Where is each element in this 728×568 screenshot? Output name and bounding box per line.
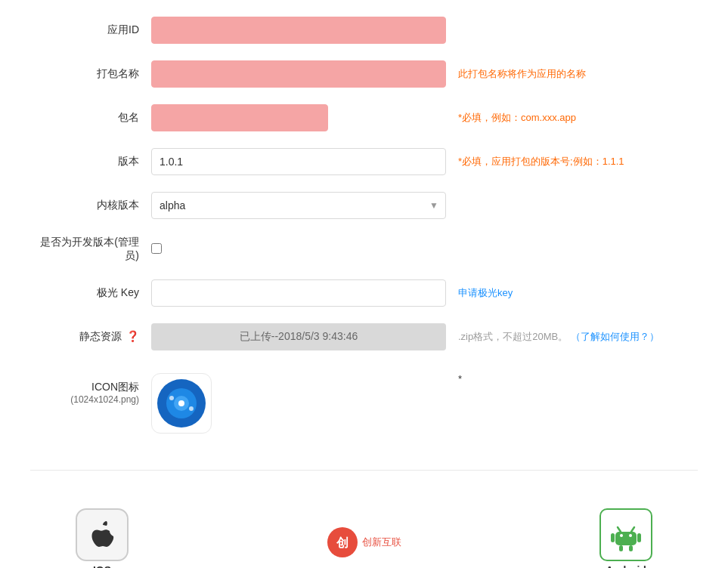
app-id-input[interactable] (151, 17, 446, 44)
jpush-key-row: 极光 Key 申请极光key (30, 278, 698, 308)
android-platform-label: Android (606, 564, 646, 568)
app-id-row: 应用ID (30, 15, 698, 45)
dev-version-label: 是否为开发版本(管理员) (30, 236, 151, 263)
static-resources-hint: .zip格式，不超过20MB。 （了解如何使用？） (458, 330, 659, 344)
brand-name: 创新互联 (362, 536, 401, 549)
svg-point-4 (169, 396, 174, 400)
icon-label: ICON图标 (1024x1024.png) (30, 373, 151, 405)
kernel-version-select-wrap: alpha beta stable ▼ (151, 192, 446, 219)
apple-icon (87, 520, 117, 550)
ios-platform-label: IOS (93, 564, 111, 568)
svg-line-12 (631, 527, 634, 532)
icon-required-marker: * (458, 373, 462, 384)
dev-version-row: 是否为开发版本(管理员) (30, 234, 698, 264)
app-id-label: 应用ID (30, 23, 151, 37)
package-name-label: 打包名称 (30, 67, 151, 81)
brand-logo-icon: 创 (327, 527, 358, 557)
svg-text:创: 创 (336, 536, 349, 549)
kernel-version-row: 内核版本 alpha beta stable ▼ (30, 190, 698, 221)
jpush-key-hint[interactable]: 申请极光key (458, 286, 513, 300)
package-name-hint: 此打包名称将作为应用的名称 (458, 67, 586, 81)
static-resources-help-icon[interactable]: ❓ (126, 330, 139, 342)
svg-line-11 (618, 527, 621, 532)
version-input-wrap (151, 148, 446, 175)
svg-rect-15 (619, 545, 623, 551)
svg-point-10 (629, 534, 632, 537)
bundle-id-input[interactable] (151, 104, 328, 131)
platform-section: IOS 创 创新互联 (30, 486, 698, 568)
kernel-version-select[interactable]: alpha beta stable (151, 192, 446, 219)
svg-point-3 (178, 400, 184, 406)
bundle-id-label: 包名 (30, 111, 151, 125)
android-icon-wrap[interactable] (599, 508, 652, 561)
android-platform-item: Android (599, 508, 652, 568)
icon-row: ICON图标 (1024x1024.png) * (30, 366, 698, 434)
static-resources-upload-wrap: 已上传--2018/5/3 9:43:46 (151, 323, 446, 350)
jpush-key-input-wrap (151, 279, 446, 307)
kernel-version-label: 内核版本 (30, 199, 151, 212)
svg-rect-16 (629, 545, 633, 551)
svg-point-5 (189, 406, 194, 411)
version-row: 版本 *必填，应用打包的版本号;例如：1.1.1 (30, 147, 698, 177)
dev-version-checkbox[interactable] (151, 243, 162, 254)
dev-version-checkbox-wrap (151, 243, 446, 256)
package-name-input-wrap (151, 60, 446, 88)
ios-icon-wrap[interactable] (76, 508, 129, 561)
package-name-row: 打包名称 此打包名称将作为应用的名称 (30, 59, 698, 89)
bundle-id-input-wrap (151, 104, 446, 131)
version-label: 版本 (30, 155, 151, 168)
package-name-input[interactable] (151, 60, 446, 88)
jpush-key-label: 极光 Key (30, 286, 151, 300)
brand-section: 创 创新互联 (327, 527, 401, 557)
static-resources-row: 静态资源 ❓ 已上传--2018/5/3 9:43:46 .zip格式，不超过2… (30, 322, 698, 352)
version-input[interactable] (151, 148, 446, 175)
version-hint: *必填，应用打包的版本号;例如：1.1.1 (458, 155, 624, 168)
app-id-input-wrap (151, 17, 446, 44)
svg-rect-8 (615, 532, 637, 545)
ios-platform-item: IOS (76, 508, 129, 568)
bundle-id-hint: *必填，例如：com.xxx.app (458, 111, 576, 125)
static-resources-hint-link[interactable]: （了解如何使用？） (571, 331, 659, 342)
icon-upload-wrap (151, 373, 446, 434)
static-resources-upload-button[interactable]: 已上传--2018/5/3 9:43:46 (151, 323, 446, 350)
static-resources-label: 静态资源 ❓ (30, 330, 151, 344)
jpush-key-input[interactable] (151, 279, 446, 307)
svg-rect-13 (611, 533, 615, 542)
icon-preview[interactable] (151, 373, 212, 434)
android-icon (609, 518, 643, 551)
bundle-id-row: 包名 *必填，例如：com.xxx.app (30, 103, 698, 133)
svg-rect-14 (637, 533, 641, 542)
app-icon-svg (155, 377, 208, 430)
svg-point-9 (620, 534, 623, 537)
